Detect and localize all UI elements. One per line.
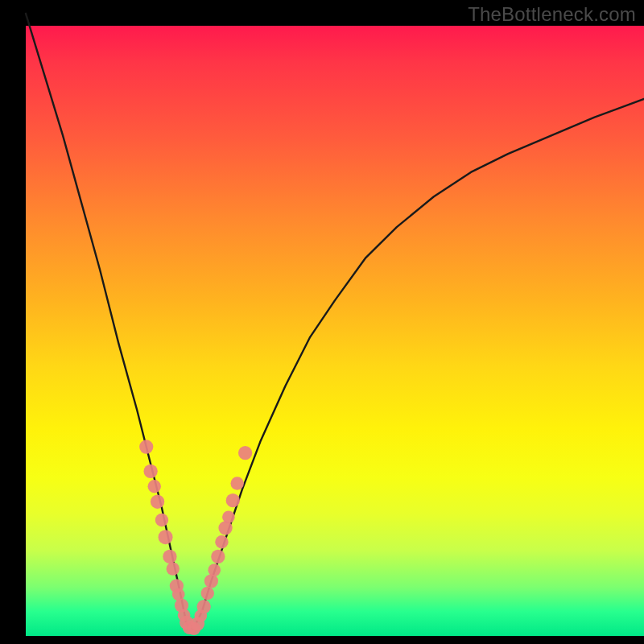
data-marker [143,464,157,478]
data-marker [163,550,176,564]
bottleneck-curve [26,14,644,630]
data-marker [148,480,161,493]
data-marker [238,446,252,460]
data-marker [197,600,211,613]
data-marker [211,550,225,564]
chart-svg [0,0,644,644]
watermark-text: TheBottleneck.com [468,3,636,26]
data-marker [218,521,232,535]
data-marker [151,495,164,509]
data-marker [167,562,180,575]
outer-frame: TheBottleneck.com [0,0,644,644]
data-marker [222,510,235,523]
data-marker [204,574,218,588]
data-marker [230,477,243,489]
data-marker [215,535,228,548]
data-marker [201,587,214,600]
data-marker [159,530,173,544]
data-marker [208,564,221,576]
data-marker [155,514,168,526]
data-marker [226,493,240,507]
data-marker [139,440,153,453]
